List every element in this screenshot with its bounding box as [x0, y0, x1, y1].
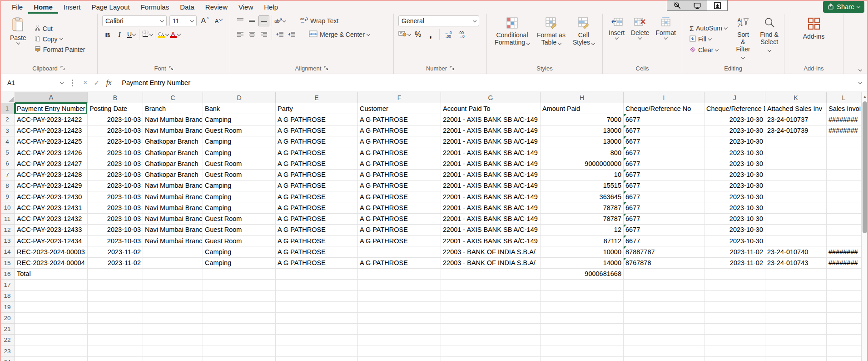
cell-J9[interactable]: 2023-10-30 — [704, 191, 765, 202]
cell-G3[interactable]: 22001 - AXIS BANK SB A/C-149 — [441, 125, 541, 136]
cell-J11[interactable]: 2023-10-30 — [704, 214, 765, 225]
cell-J17[interactable] — [704, 280, 765, 291]
row-header-1[interactable]: 1 — [0, 103, 15, 114]
cell-A10[interactable]: ACC-PAY-2023-12431 — [15, 202, 88, 213]
cell-G17[interactable] — [441, 280, 541, 291]
cell-H20[interactable] — [541, 313, 624, 324]
cell-B4[interactable]: 2023-10-03 — [88, 136, 143, 147]
cell-E1[interactable]: Party — [276, 103, 358, 114]
cell-K24[interactable] — [765, 357, 827, 361]
cell-E24[interactable] — [276, 357, 358, 361]
cell-G2[interactable]: 22001 - AXIS BANK SB A/C-149 — [441, 114, 541, 125]
name-box[interactable]: A1 — [4, 77, 67, 89]
row-header-5[interactable]: 5 — [0, 147, 15, 158]
cell-E16[interactable] — [276, 269, 358, 280]
cell-A19[interactable] — [15, 302, 88, 313]
cell-E11[interactable]: A G PATHROSE — [276, 214, 358, 225]
cell-K3[interactable]: 23-24-010739 — [765, 125, 827, 136]
cell-J20[interactable] — [704, 313, 765, 324]
cell-D8[interactable]: Camping — [203, 180, 276, 191]
cell-I17[interactable] — [624, 280, 704, 291]
cell-F16[interactable] — [358, 269, 441, 280]
cell-B18[interactable] — [88, 291, 143, 301]
cell-C19[interactable] — [143, 302, 203, 313]
delete-chevron-icon[interactable] — [638, 36, 642, 40]
cell-C14[interactable] — [143, 246, 203, 257]
cell-A15[interactable]: REC-2023-2024-00004 — [15, 258, 88, 269]
menu-tab-view[interactable]: View — [233, 1, 258, 14]
borders-button[interactable] — [142, 29, 153, 40]
row-header-21[interactable]: 21 — [0, 324, 15, 335]
cell-A13[interactable]: ACC-PAY-2023-12434 — [15, 236, 88, 246]
cell-L13[interactable] — [827, 236, 861, 246]
cell-J18[interactable] — [704, 291, 765, 301]
cell-E6[interactable]: A G PATHROSE — [276, 158, 358, 169]
cell-I2[interactable]: 6677 — [624, 114, 704, 125]
cell-L3[interactable]: ######## — [827, 125, 861, 136]
cell-K17[interactable] — [765, 280, 827, 291]
bold-button[interactable]: B — [102, 29, 113, 40]
cell-H7[interactable]: 10 — [541, 170, 624, 180]
accounting-chevron-icon[interactable] — [407, 32, 411, 35]
row-header-8[interactable]: 8 — [0, 180, 15, 191]
cell-L10[interactable] — [827, 202, 861, 213]
col-header-A[interactable]: A — [15, 92, 88, 103]
cell-E14[interactable]: A G PATHROSE — [276, 246, 358, 257]
cell-D2[interactable]: Camping — [203, 114, 276, 125]
cell-B17[interactable] — [88, 280, 143, 291]
cell-A5[interactable]: ACC-PAY-2023-12426 — [15, 147, 88, 158]
cell-A3[interactable]: ACC-PAY-2023-12423 — [15, 125, 88, 136]
cell-G15[interactable]: 22003 - BANK OF INDIA S.B.A/ — [441, 258, 541, 269]
format-chevron-icon[interactable] — [664, 36, 667, 40]
share-button[interactable]: Share — [823, 1, 864, 13]
cell-A8[interactable]: ACC-PAY-2023-12429 — [15, 180, 88, 191]
cell-C5[interactable]: Ghatkopar Branch — [143, 147, 203, 158]
cell-C3[interactable]: Navi Mumbai Branch — [143, 125, 203, 136]
clipboard-dialog-launcher-icon[interactable] — [60, 65, 65, 72]
cell-B6[interactable]: 2023-10-03 — [88, 158, 143, 169]
col-header-L[interactable]: L — [827, 92, 861, 103]
cell-I9[interactable]: 6677 — [624, 191, 704, 202]
name-box-chevron-icon[interactable] — [60, 80, 64, 84]
cell-E12[interactable]: A G PATHROSE — [276, 225, 358, 236]
cell-K16[interactable] — [765, 269, 827, 280]
cell-J19[interactable] — [704, 302, 765, 313]
cell-C6[interactable]: Ghatkopar Branch — [143, 158, 203, 169]
cell-E21[interactable] — [276, 324, 358, 335]
cell-F22[interactable] — [358, 335, 441, 346]
cell-J1[interactable]: Cheque/Reference Date — [704, 103, 765, 114]
cell-H21[interactable] — [541, 324, 624, 335]
cell-B7[interactable]: 2023-10-03 — [88, 170, 143, 180]
col-header-F[interactable]: F — [358, 92, 441, 103]
cell-G23[interactable] — [441, 346, 541, 357]
cell-L15[interactable]: ######## — [827, 258, 861, 269]
cell-D24[interactable] — [203, 357, 276, 361]
cell-C7[interactable]: Ghatkopar Branch — [143, 170, 203, 180]
cell-D5[interactable]: Camping — [203, 147, 276, 158]
row-header-15[interactable]: 15 — [0, 258, 15, 269]
cell-C10[interactable]: Navi Mumbai Branch — [143, 202, 203, 213]
conditional-formatting-button[interactable]: ConditionalFormatting — [492, 15, 532, 63]
cell-D21[interactable] — [203, 324, 276, 335]
cell-K13[interactable] — [765, 236, 827, 246]
number-dialog-launcher-icon[interactable] — [450, 65, 454, 72]
share-chevron-icon[interactable] — [857, 4, 860, 8]
cell-H3[interactable]: 13000 — [541, 125, 624, 136]
cell-G12[interactable]: 22001 - AXIS BANK SB A/C-149 — [441, 225, 541, 236]
paste-button[interactable]: Paste — [7, 15, 29, 63]
cancel-icon[interactable]: × — [83, 79, 87, 87]
cell-F9[interactable]: A G PATHROSE — [358, 191, 441, 202]
cell-H5[interactable]: 800 — [541, 147, 624, 158]
clear-button[interactable]: Clear — [688, 45, 729, 55]
cell-C22[interactable] — [143, 335, 203, 346]
cell-C11[interactable]: Navi Mumbai Branch — [143, 214, 203, 225]
zoom-off-icon[interactable] — [667, 0, 687, 10]
row-header-14[interactable]: 14 — [0, 246, 15, 257]
row-header-17[interactable]: 17 — [0, 280, 15, 291]
cell-B2[interactable]: 2023-10-03 — [88, 114, 143, 125]
cell-D11[interactable]: Guest Room — [203, 214, 276, 225]
cell-L6[interactable] — [827, 158, 861, 169]
underline-button[interactable]: U — [126, 29, 137, 40]
cell-B1[interactable]: Posting Date — [88, 103, 143, 114]
cell-K21[interactable] — [765, 324, 827, 335]
